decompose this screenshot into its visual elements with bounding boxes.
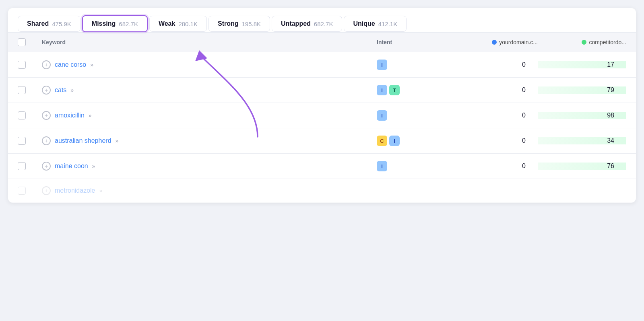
keyword-text: metronidazole — [55, 187, 95, 194]
row-checkbox[interactable] — [18, 111, 26, 119]
yourdomain-score: 0 — [449, 163, 538, 170]
keyword-arrows-icon: » — [99, 187, 103, 194]
header-checkbox-cell — [18, 38, 42, 46]
row-checkbox-cell — [18, 86, 42, 94]
intent-cell: I T — [377, 85, 449, 95]
add-keyword-icon: + — [42, 186, 51, 195]
competitor-score: 34 — [538, 137, 626, 144]
tab-shared-count: 475.9K — [52, 21, 71, 27]
tab-shared[interactable]: Shared 475.9K — [18, 16, 80, 32]
tab-missing-count: 682.7K — [119, 21, 138, 27]
tab-untapped-count: 682.7K — [314, 21, 333, 27]
competitor-text: competitordo... — [589, 39, 626, 45]
header-yourdomain: yourdomain.c... — [449, 39, 538, 45]
row-checkbox[interactable] — [18, 137, 26, 145]
tab-strong[interactable]: Strong 195.8K — [208, 16, 270, 32]
add-keyword-icon[interactable]: + — [42, 162, 51, 171]
keyword-cell: + metronidazole » — [42, 186, 377, 195]
keyword-cell: + maine coon » — [42, 162, 377, 171]
yourdomain-text: yourdomain.c... — [499, 39, 538, 45]
intent-badge-T: T — [389, 85, 400, 95]
yourdomain-score: 0 — [449, 137, 538, 144]
tab-shared-label: Shared — [27, 20, 49, 27]
row-checkbox-cell — [18, 61, 42, 69]
intent-badge-C: C — [377, 136, 387, 146]
row-checkbox[interactable] — [18, 61, 26, 69]
intent-badge-I: I — [377, 85, 387, 95]
add-keyword-icon[interactable]: + — [42, 136, 51, 145]
add-keyword-icon[interactable]: + — [42, 60, 51, 69]
keyword-cell: + cats » — [42, 86, 377, 95]
tab-strong-count: 195.8K — [242, 21, 261, 27]
intent-cell: I — [377, 161, 449, 171]
header-keyword: Keyword — [42, 39, 377, 45]
add-keyword-icon[interactable]: + — [42, 86, 51, 95]
keyword-text[interactable]: amoxicillin — [55, 112, 85, 119]
table-row: + metronidazole » — [8, 179, 636, 203]
keyword-text[interactable]: australian shepherd — [55, 137, 111, 144]
row-checkbox[interactable] — [18, 86, 26, 94]
keyword-text[interactable]: cane corso — [55, 61, 86, 68]
keyword-cell: + australian shepherd » — [42, 136, 377, 145]
row-checkbox[interactable] — [18, 162, 26, 170]
tab-untapped[interactable]: Untapped 682.7K — [272, 16, 342, 32]
tab-untapped-label: Untapped — [281, 20, 311, 27]
intent-cell: I — [377, 60, 449, 70]
intent-badge-I: I — [377, 161, 387, 171]
main-container: Shared 475.9K Missing 682.7K Weak 280.1K… — [8, 8, 636, 203]
table-row: + cane corso » I 0 17 — [8, 52, 636, 78]
table-row: + amoxicillin » I 0 98 — [8, 103, 636, 128]
intent-badge-I: I — [377, 110, 387, 121]
keyword-arrows-icon: » — [89, 112, 92, 119]
table-row: + australian shepherd » C I 0 34 — [8, 128, 636, 154]
add-keyword-icon[interactable]: + — [42, 111, 51, 120]
tab-missing-label: Missing — [92, 20, 116, 27]
tab-bar: Shared 475.9K Missing 682.7K Weak 280.1K… — [8, 8, 636, 32]
competitor-score: 17 — [538, 61, 626, 68]
competitor-score: 79 — [538, 86, 626, 94]
intent-cell: C I — [377, 136, 449, 146]
keyword-arrows-icon: » — [90, 62, 93, 68]
tab-unique[interactable]: Unique 412.1K — [344, 16, 407, 32]
row-checkbox — [18, 187, 26, 195]
header-intent: Intent — [377, 39, 449, 45]
keyword-table: Keyword Intent yourdomain.c... competito… — [8, 32, 636, 203]
table-row: + cats » I T 0 79 — [8, 78, 636, 103]
competitor-score: 98 — [538, 112, 626, 119]
tab-missing[interactable]: Missing 682.7K — [82, 15, 148, 32]
tab-unique-count: 412.1K — [378, 21, 398, 27]
competitor-score: 76 — [538, 163, 626, 170]
yourdomain-score: 0 — [449, 61, 538, 68]
table-header-row: Keyword Intent yourdomain.c... competito… — [8, 32, 636, 52]
keyword-text[interactable]: maine coon — [55, 163, 88, 170]
keyword-arrows-icon: » — [116, 138, 119, 144]
keyword-cell: + cane corso » — [42, 60, 377, 69]
tab-unique-label: Unique — [353, 20, 375, 27]
row-checkbox-cell — [18, 187, 42, 195]
competitor-dot — [582, 40, 586, 45]
yourdomain-dot — [492, 40, 497, 45]
keyword-cell: + amoxicillin » — [42, 111, 377, 120]
intent-badge-I: I — [377, 60, 387, 70]
row-checkbox-cell — [18, 111, 42, 119]
table-row: + maine coon » I 0 76 — [8, 154, 636, 179]
tab-weak[interactable]: Weak 280.1K — [149, 16, 207, 32]
row-checkbox-cell — [18, 137, 42, 145]
tab-weak-count: 280.1K — [178, 21, 198, 27]
keyword-arrows-icon: » — [92, 163, 95, 169]
intent-cell: I — [377, 110, 449, 121]
keyword-arrows-icon: » — [70, 87, 74, 93]
intent-badge-I: I — [389, 136, 400, 146]
yourdomain-score: 0 — [449, 112, 538, 119]
header-checkbox[interactable] — [18, 38, 26, 46]
yourdomain-score: 0 — [449, 86, 538, 94]
tab-strong-label: Strong — [218, 20, 239, 27]
tab-weak-label: Weak — [159, 20, 175, 27]
row-checkbox-cell — [18, 162, 42, 170]
keyword-text[interactable]: cats — [55, 86, 66, 94]
header-competitor: competitordo... — [538, 39, 626, 45]
